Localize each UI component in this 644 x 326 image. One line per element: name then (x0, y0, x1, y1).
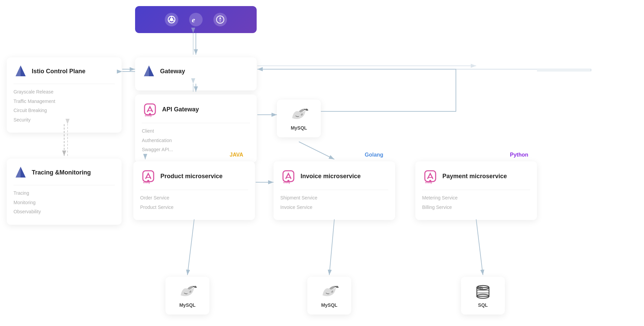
sql-icon: SQL (473, 283, 493, 300)
sql-b3-label: SQL (478, 302, 488, 308)
chrome-icon (165, 13, 178, 26)
svg-line-3 (173, 21, 174, 22)
svg-line-4 (169, 21, 170, 22)
istio-item-2: Traffic Management (14, 98, 115, 105)
tracing-title: Tracing &Monitoring (32, 169, 91, 176)
envoy-icon-api: envoy (142, 101, 158, 117)
istio-card: Istio Control Plane Grayscale Release Tr… (7, 57, 122, 133)
svg-line-52 (187, 219, 194, 275)
svg-point-18 (305, 109, 306, 110)
istio-item-1: Grayscale Release (14, 89, 115, 96)
invoice-item-2: Invoice Service (280, 204, 388, 211)
svg-point-1 (170, 18, 173, 21)
svg-text:envoy: envoy (283, 181, 290, 184)
tracing-item-2: Monitoring (14, 199, 115, 206)
api-header: envoy API Gateway (142, 101, 250, 117)
golang-label: Golang (365, 152, 383, 158)
product-card: envoy Product microservice Order Service… (133, 161, 255, 220)
invoice-title: Invoice microservice (301, 173, 361, 180)
invoice-card: envoy Invoice microservice Shipment Serv… (274, 161, 395, 220)
mysql-bottom-1-icon (177, 283, 198, 300)
product-item-1: Order Service (140, 195, 248, 201)
gateway-sail-icon (142, 64, 156, 78)
payment-title: Payment microservice (442, 173, 507, 180)
tracing-sail-icon (14, 165, 28, 180)
safari-icon (213, 13, 227, 26)
python-label: Python (510, 152, 528, 158)
product-title: Product microservice (160, 173, 223, 180)
svg-marker-11 (16, 167, 21, 178)
browser-box: e (135, 6, 257, 33)
architecture-diagram: e Istio Control Plane Grayscale Release … (0, 0, 644, 326)
invoice-header: envoy Invoice microservice (280, 168, 388, 184)
gateway-title: Gateway (160, 68, 185, 75)
gateway-header: Gateway (142, 64, 250, 78)
api-item-1: Client (142, 128, 250, 135)
istio-header: Istio Control Plane (14, 64, 115, 78)
tracing-card: Tracing &Monitoring Tracing Monitoring O… (7, 159, 122, 225)
product-header: envoy Product microservice (140, 168, 248, 184)
api-gateway-title: API Gateway (162, 106, 199, 113)
svg-text:envoy: envoy (145, 114, 152, 117)
payment-item-2: Billing Service (422, 204, 530, 211)
mysql-bottom-1-card: MySQL (165, 277, 209, 315)
svg-point-29 (335, 286, 336, 287)
product-item-2: Product Service (140, 204, 248, 211)
istio-title: Istio Control Plane (32, 68, 85, 75)
mysql-top-card: MySQL (277, 100, 321, 137)
mysql-b1-label: MySQL (179, 302, 196, 308)
svg-line-51 (299, 142, 334, 159)
svg-marker-12 (21, 167, 26, 178)
svg-marker-13 (144, 65, 149, 76)
invoice-item-1: Shipment Service (280, 195, 388, 201)
svg-line-53 (329, 219, 334, 275)
mysql-b2-wrap: MySQL (314, 283, 344, 308)
svg-text:e: e (192, 16, 195, 24)
java-label: JAVA (230, 152, 243, 158)
tracing-header: Tracing &Monitoring (14, 165, 115, 180)
mysql-b2-label: MySQL (321, 302, 337, 308)
mysql-top-label: MySQL (291, 125, 307, 131)
istio-sail-icon (14, 64, 28, 78)
istio-item-4: Security (14, 117, 115, 124)
svg-text:SQL: SQL (478, 286, 484, 290)
mysql-bottom-2-icon (319, 283, 339, 300)
svg-marker-10 (21, 65, 26, 76)
mysql-top-icon (289, 106, 309, 123)
svg-point-28 (193, 286, 194, 287)
payment-card: envoy Payment microservice Metering Serv… (415, 161, 537, 220)
svg-line-54 (476, 219, 483, 275)
tracing-item-3: Observability (14, 209, 115, 215)
svg-marker-14 (149, 65, 154, 76)
envoy-icon-product: envoy (140, 168, 156, 184)
envoy-icon-payment: envoy (422, 168, 438, 184)
sql-bottom-3-card: SQL SQL (461, 277, 505, 315)
svg-marker-7 (219, 17, 221, 20)
svg-marker-9 (16, 65, 21, 76)
payment-item-1: Metering Service (422, 195, 530, 201)
api-item-2: Authentication (142, 137, 250, 144)
sql-b3-wrap: SQL SQL (468, 283, 498, 308)
svg-marker-8 (219, 20, 221, 23)
tracing-item-1: Tracing (14, 190, 115, 197)
svg-text:envoy: envoy (143, 181, 150, 184)
ie-icon: e (189, 13, 203, 26)
gateway-card: Gateway (135, 57, 257, 90)
mysql-bottom-2-card: MySQL (307, 277, 351, 315)
svg-text:envoy: envoy (425, 181, 432, 184)
mysql-top-icon-wrap: MySQL (284, 106, 314, 131)
mysql-b1-wrap: MySQL (172, 283, 203, 308)
payment-header: envoy Payment microservice (422, 168, 530, 184)
envoy-icon-invoice: envoy (280, 168, 297, 184)
istio-item-3: Circuit Breaking (14, 107, 115, 114)
